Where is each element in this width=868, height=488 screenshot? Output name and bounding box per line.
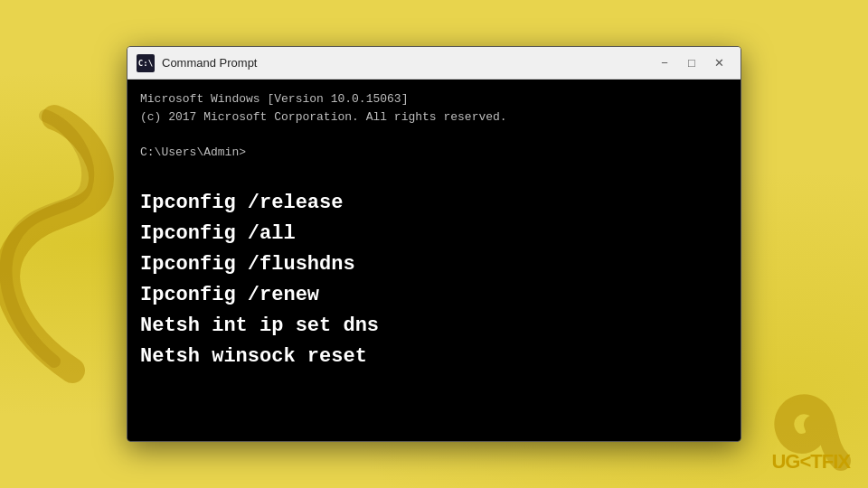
- cmd-command-3: Ipconfig /renew: [140, 280, 728, 311]
- cmd-command-2: Ipconfig /flushdns: [140, 249, 728, 280]
- cmd-window: C:\ Command Prompt − □ ✕ Microsoft Windo…: [127, 46, 741, 442]
- cmd-title: Command Prompt: [162, 56, 645, 70]
- cmd-command-5: Netsh winsock reset: [140, 342, 728, 372]
- cmd-body: Microsoft Windows [Version 10.0.15063] (…: [127, 80, 741, 441]
- minimize-button[interactable]: −: [652, 53, 677, 73]
- cmd-command-0: Ipconfig /release: [140, 188, 728, 219]
- cmd-system-line3: [140, 126, 728, 144]
- cmd-system-line2: (c) 2017 Microsoft Corporation. All righ…: [140, 108, 728, 127]
- cmd-command-1: Ipconfig /all: [140, 219, 728, 249]
- logo-arrow: <: [799, 450, 810, 473]
- window-controls: − □ ✕: [652, 53, 731, 73]
- decorative-swirl-left: [0, 99, 145, 389]
- cmd-prompt: C:\Users\Admin>: [140, 144, 728, 162]
- close-button[interactable]: ✕: [706, 53, 731, 73]
- ugetfix-logo: UG<TFIX: [771, 450, 850, 474]
- cmd-system-line1: Microsoft Windows [Version 10.0.15063]: [140, 90, 728, 108]
- cmd-commands-block: Ipconfig /releaseIpconfig /allIpconfig /…: [140, 179, 728, 373]
- cmd-command-4: Netsh int ip set dns: [140, 311, 728, 342]
- logo-text: UG: [771, 450, 799, 473]
- logo-text2: TFIX: [810, 450, 850, 473]
- maximize-button[interactable]: □: [679, 53, 704, 73]
- cmd-app-icon: C:\: [137, 54, 155, 72]
- cmd-titlebar: C:\ Command Prompt − □ ✕: [127, 47, 741, 80]
